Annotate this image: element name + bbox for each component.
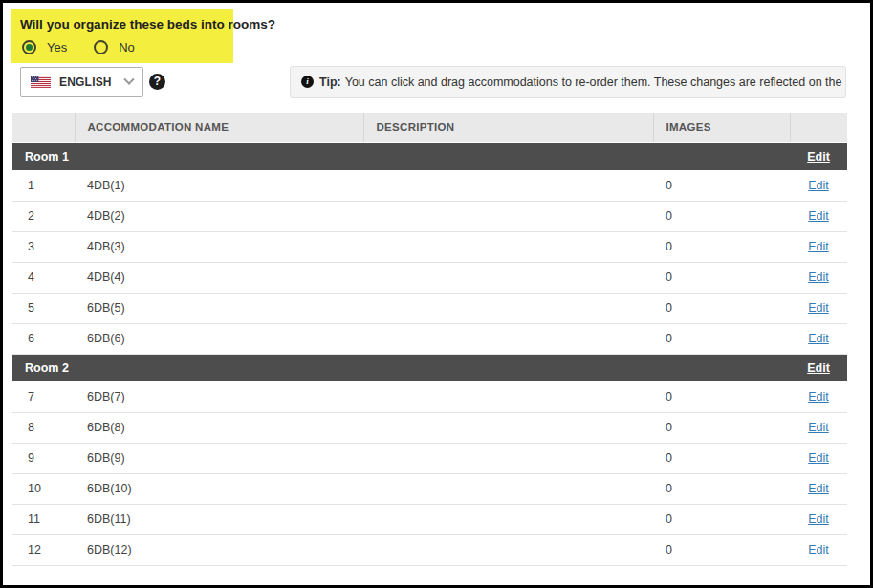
header-actions (790, 113, 847, 142)
images-count: 0 (653, 412, 790, 443)
images-count: 0 (653, 201, 790, 231)
images-count: 0 (653, 473, 790, 504)
row-index: 10 (12, 473, 75, 504)
row-edit-link[interactable]: Edit (808, 179, 829, 192)
images-count: 0 (653, 381, 790, 412)
accommodation-description (363, 443, 653, 473)
language-dropdown[interactable]: ENGLISH (20, 67, 143, 97)
accommodation-name: 4DB(2) (75, 201, 363, 231)
row-edit-link[interactable]: Edit (808, 451, 829, 465)
room-edit-link[interactable]: Edit (807, 361, 830, 375)
row-edit-link[interactable]: Edit (808, 512, 829, 526)
row-edit-link[interactable]: Edit (808, 421, 829, 434)
accommodation-description (363, 473, 653, 504)
chevron-down-icon (123, 74, 134, 84)
accommodation-description (363, 293, 653, 323)
row-edit-link[interactable]: Edit (808, 240, 829, 253)
row-index: 9 (12, 443, 75, 473)
row-index: 5 (12, 293, 75, 323)
info-icon: i (301, 76, 314, 88)
accommodation-name: 6DB(9) (75, 443, 363, 473)
accommodation-row[interactable]: 96DB(9)0Edit (12, 443, 847, 473)
row-index: 12 (12, 534, 75, 565)
images-count: 0 (653, 170, 790, 201)
row-edit-link[interactable]: Edit (808, 543, 829, 556)
radio-no[interactable]: No (94, 40, 135, 54)
accommodation-description (363, 201, 653, 231)
accommodation-description (363, 262, 653, 293)
row-edit-link[interactable]: Edit (808, 301, 829, 315)
row-edit-link[interactable]: Edit (808, 482, 829, 495)
question-label: Will you organize these beds into rooms? (11, 9, 233, 32)
beds-setup-page: Will you organize these beds into rooms?… (0, 0, 873, 588)
room-group-row: Room 2Edit (12, 354, 847, 381)
accommodation-description (363, 534, 653, 565)
accommodation-name: 6DB(5) (75, 293, 363, 323)
accommodation-row[interactable]: 24DB(2)0Edit (12, 201, 847, 231)
accommodation-row[interactable]: 34DB(3)0Edit (12, 231, 847, 262)
accommodation-description (363, 381, 653, 412)
images-count: 0 (653, 293, 790, 323)
accommodation-description (363, 504, 653, 534)
row-index: 11 (12, 504, 75, 534)
accommodation-row[interactable]: 126DB(12)0Edit (12, 534, 847, 565)
accommodation-row[interactable]: 44DB(4)0Edit (12, 262, 847, 293)
header-images: IMAGES (653, 113, 790, 142)
accommodation-row[interactable]: 56DB(5)0Edit (12, 293, 847, 323)
images-count: 0 (653, 504, 790, 534)
row-index: 7 (12, 381, 75, 412)
accommodation-name: 6DB(11) (75, 504, 363, 534)
radio-no-label: No (119, 40, 135, 54)
beds-question-highlight: Will you organize these beds into rooms?… (11, 9, 233, 63)
organize-rooms-radio-group: Yes No (22, 40, 233, 54)
row-index: 8 (12, 412, 75, 443)
table-header: ACCOMMODATION NAME DESCRIPTION IMAGES (12, 113, 847, 142)
row-index: 6 (12, 323, 75, 354)
accommodation-description (363, 170, 653, 201)
accommodation-row[interactable]: 86DB(8)0Edit (12, 412, 847, 443)
room-group-label: Room 1 (12, 142, 790, 170)
accommodation-row[interactable]: 106DB(10)0Edit (12, 473, 847, 504)
tip-banner: i Tip: You can click and drag accommodat… (290, 66, 846, 98)
accommodation-name: 6DB(6) (75, 323, 363, 354)
header-description: DESCRIPTION (363, 113, 653, 142)
row-edit-link[interactable]: Edit (808, 390, 829, 403)
accommodation-description (363, 323, 653, 354)
row-edit-link[interactable]: Edit (808, 332, 829, 345)
radio-yes-label: Yes (47, 40, 67, 54)
accommodation-description (363, 412, 653, 443)
accommodation-name: 6DB(10) (75, 473, 363, 504)
images-count: 0 (653, 262, 790, 293)
accommodation-name: 4DB(4) (75, 262, 363, 293)
radio-yes[interactable]: Yes (22, 40, 67, 54)
radio-yes-icon[interactable] (22, 40, 36, 54)
images-count: 0 (653, 534, 790, 565)
tip-text: You can click and drag accommodations to… (345, 76, 846, 89)
images-count: 0 (653, 443, 790, 473)
room-group-label: Room 2 (12, 354, 790, 381)
row-edit-link[interactable]: Edit (808, 209, 829, 223)
accommodation-name: 6DB(8) (75, 412, 363, 443)
row-index: 4 (12, 262, 75, 293)
accommodation-row[interactable]: 116DB(11)0Edit (12, 504, 847, 534)
accommodations-table-body: Room 1Edit14DB(1)0Edit24DB(2)0Edit34DB(3… (12, 142, 847, 565)
accommodation-description (363, 231, 653, 262)
accommodations-table: ACCOMMODATION NAME DESCRIPTION IMAGES Ro… (12, 113, 847, 566)
accommodation-name: 6DB(7) (75, 381, 363, 412)
accommodation-row[interactable]: 14DB(1)0Edit (12, 170, 847, 201)
images-count: 0 (653, 231, 790, 262)
row-index: 1 (12, 170, 75, 201)
accommodation-name: 4DB(1) (75, 170, 363, 201)
header-index (12, 113, 75, 142)
images-count: 0 (653, 323, 790, 354)
help-icon[interactable]: ? (149, 74, 165, 90)
radio-no-icon[interactable] (94, 40, 108, 54)
accommodation-row[interactable]: 76DB(7)0Edit (12, 381, 847, 412)
accommodation-name: 6DB(12) (75, 534, 363, 565)
language-selected-value: ENGLISH (59, 76, 112, 89)
room-edit-link[interactable]: Edit (807, 150, 830, 163)
accommodation-row[interactable]: 66DB(6)0Edit (12, 323, 847, 354)
row-index: 2 (12, 201, 75, 231)
header-accommodation-name: ACCOMMODATION NAME (75, 113, 363, 142)
row-edit-link[interactable]: Edit (808, 271, 829, 284)
